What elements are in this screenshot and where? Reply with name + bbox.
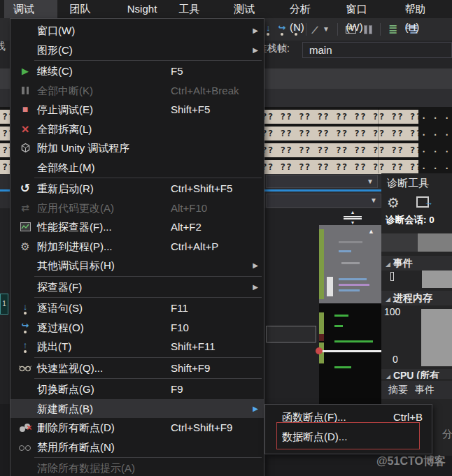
menu-item-shortcut: F5 — [171, 62, 183, 81]
menu-item-label: 图形(C) — [37, 41, 73, 60]
unity-icon — [15, 138, 36, 158]
menu-item-label: 其他调试目标(H) — [37, 256, 115, 275]
step-over-icon[interactable]: ↪ — [278, 23, 286, 36]
menu-item-apply-code-changes[interactable]: ⇄应用代码更改(A)Alt+F10 — [10, 199, 264, 218]
menu-item-shortcut: F11 — [171, 298, 188, 318]
breakpoints-icon[interactable]: ∕∕ — [314, 24, 315, 35]
menu-item-label: 窗口(W) — [37, 21, 75, 41]
tab-summary[interactable]: 摘要 — [388, 384, 408, 396]
menu-item-label: 停止调试(E) — [37, 100, 93, 120]
execution-line — [318, 350, 383, 352]
step-into-icon[interactable]: ↓ — [266, 23, 271, 36]
menu-item-shortcut: Shift+F9 — [171, 359, 210, 378]
menu-item-quick-watch[interactable]: 快速监视(Q)...Shift+F9 — [10, 359, 264, 378]
gear-icon[interactable]: ⚙ — [387, 194, 400, 211]
menu-item-performance-profiler[interactable]: 性能探查器(F)...Alt+F2 — [10, 217, 264, 237]
expander-icon: ◢ — [386, 373, 390, 379]
output-window-icon[interactable]: ≣ — [388, 24, 397, 35]
dropdown-caret-icon[interactable]: ▼ — [323, 26, 330, 33]
menu-item-label: 附加到进程(P)... — [37, 237, 113, 257]
cpu-section-header[interactable]: ◢CPU (所有 — [381, 369, 452, 379]
menu-item-label: 附加 Unity 调试程序 — [37, 138, 130, 158]
change-bar-removed — [319, 334, 324, 341]
menu-item-step-out[interactable]: ↑跳出(T)Shift+F11 — [10, 337, 264, 356]
menu-item-label: 快速监视(Q)... — [37, 359, 103, 378]
menu-item-restart[interactable]: ↺重新启动(R)Ctrl+Shift+F5 — [10, 179, 264, 199]
menu-item-terminate-all[interactable]: 全部终止(M) — [10, 158, 264, 178]
menu-item-window[interactable]: 窗口(W)▶ — [10, 21, 264, 41]
menu-item-continue[interactable]: ▶继续(C)F5 — [10, 62, 264, 81]
submenu-arrow-icon: ▶ — [253, 399, 258, 419]
watermark: @51CTO博客 — [376, 454, 446, 469]
menu-item-shortcut: Ctrl+Alt+Break — [171, 81, 239, 101]
console-panel — [319, 303, 381, 406]
splitter-handle-icon[interactable]: ▴▾ — [342, 210, 363, 222]
menubar-item-tools[interactable]: 工具(T) — [169, 0, 221, 18]
menu-item-shortcut: Shift+F5 — [171, 100, 210, 120]
background-text-fragment: 分 — [442, 428, 452, 441]
menu-item-shortcut: Alt+F10 — [171, 199, 207, 218]
menu-item-step-over[interactable]: ↪逐过程(O)F10 — [10, 318, 264, 338]
tab-events[interactable]: 事件 — [415, 384, 435, 396]
menu-item-shortcut: Ctrl+Shift+F9 — [171, 418, 232, 438]
submenu-arrow-icon: ▶ — [253, 41, 258, 60]
chevron-down-icon: ▼ — [370, 196, 377, 204]
menu-item-clear-all-datatips[interactable]: 清除所有数据提示(A) — [10, 459, 264, 476]
menu-item-disable-all-breakpoints[interactable]: 禁用所有断点(N) — [10, 438, 264, 457]
menu-item-shortcut: F10 — [171, 318, 189, 338]
menu-item-attach-unity[interactable]: 附加 Unity 调试程序 — [10, 138, 264, 158]
menu-item-label: 全部拆离(L) — [37, 120, 92, 139]
menu-item-shortcut: Alt+F2 — [171, 217, 202, 237]
menu-item-toggle-breakpoint[interactable]: 切换断点(G)F9 — [10, 380, 264, 399]
menu-item-label: 探查器(F) — [37, 277, 82, 297]
menubar-item-test[interactable]: 测试(S) — [225, 0, 277, 18]
process-memory-section-header[interactable]: ◢进程内存 — [381, 291, 452, 305]
collapse-arrow-icon[interactable]: ▲ — [368, 228, 374, 235]
menu-item-new-breakpoint[interactable]: 新建断点(B)▶ — [10, 399, 264, 419]
parallel-stacks-icon[interactable] — [364, 25, 372, 34]
events-section-header[interactable]: ◢事件 — [381, 256, 452, 271]
step-out-icon: ↑ — [15, 337, 36, 356]
menu-item-step-into[interactable]: ↓逐语句(S)F11 — [10, 298, 264, 318]
memory-ascii-dots: . . . . . — [421, 110, 452, 124]
menu-item-profiler[interactable]: 探查器(F)▶ — [10, 277, 264, 297]
step-into-icon: ↓ — [15, 298, 36, 318]
menu-item-label: 禁用所有断点(N) — [37, 438, 115, 457]
editor-frame-box — [266, 326, 316, 342]
annotation-rectangle — [276, 422, 420, 449]
step-over-icon: ↪ — [15, 318, 36, 338]
apply-changes-icon: ⇄ — [15, 199, 36, 218]
menu-item-detach-all[interactable]: ×全部拆离(L) — [10, 120, 264, 139]
menu-item-break-all[interactable]: 全部中断(K)Ctrl+Alt+Break — [10, 81, 264, 101]
submenu-arrow-icon: ▶ — [253, 277, 258, 297]
menubar-item-team[interactable]: 团队(M) — [61, 0, 115, 18]
menu-item-stop-debugging[interactable]: ■停止调试(E)Shift+F5 — [10, 100, 264, 120]
menu-item-graphics[interactable]: 图形(C)▶ — [10, 41, 264, 60]
memory-address-combobox[interactable]: ▼ — [266, 175, 378, 188]
secondary-combobox[interactable]: ▼ — [266, 194, 381, 208]
menu-item-other-debug-targets[interactable]: 其他调试目标(H)▶ — [10, 256, 264, 275]
menubar-item-analyze[interactable]: 分析(N) — [281, 0, 334, 18]
menu-item-label: 删除所有断点(D) — [37, 418, 115, 438]
memory-chart-area — [421, 309, 452, 366]
stack-frame-combobox[interactable]: main — [302, 42, 452, 58]
export-icon[interactable]: → — [416, 196, 429, 208]
scrollbar-thumb[interactable] — [327, 277, 333, 296]
menubar-item-help[interactable]: 帮助(H) — [395, 0, 449, 18]
change-bar — [319, 229, 324, 299]
menu-item-label: 性能探查器(F)... — [37, 217, 112, 237]
menubar-item-window[interactable]: 窗口(W) — [337, 0, 393, 18]
chevron-down-icon: ▼ — [367, 178, 374, 185]
menu-item-label: 全部中断(K) — [37, 81, 93, 101]
menu-item-delete-all-breakpoints[interactable]: ×删除所有断点(D)Ctrl+Shift+F9 — [10, 418, 264, 438]
memory-column-divider — [378, 108, 379, 173]
menubar-item-nsight[interactable]: Nsight — [118, 0, 167, 18]
menu-item-label: 继续(C) — [37, 62, 73, 81]
menu-item-attach-to-process[interactable]: ⚙附加到进程(P)...Ctrl+Alt+P — [10, 237, 264, 257]
breakpoint-dot[interactable] — [316, 347, 323, 354]
menubar-item-debug[interactable]: 调试(D) — [4, 0, 57, 18]
disable-breakpoints-icon — [15, 438, 36, 457]
menu-item-shortcut: Shift+F11 — [171, 337, 216, 356]
menu-item-label: 逐语句(S) — [37, 298, 83, 318]
continue-icon: ▶ — [15, 62, 36, 81]
